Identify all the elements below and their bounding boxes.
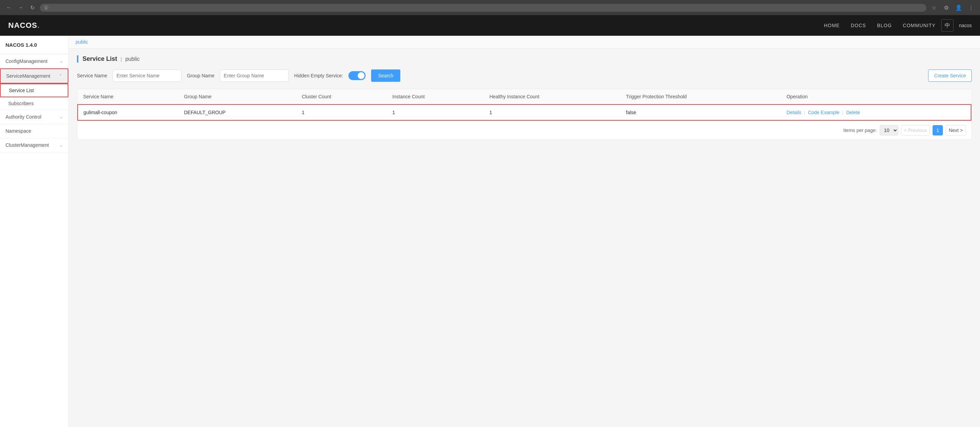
- nav-blog[interactable]: BLOG: [877, 23, 892, 28]
- back-button[interactable]: ←: [4, 3, 14, 13]
- delete-link[interactable]: Delete: [846, 110, 860, 115]
- service-management-label: ServiceManagement: [6, 73, 50, 79]
- namespace-label: Namespace: [5, 128, 31, 134]
- create-service-button[interactable]: Create Service: [928, 69, 972, 82]
- chevron-down-icon-3: ⌄: [59, 143, 63, 148]
- col-healthy-instance-count: Healthy Instance Count: [484, 89, 620, 105]
- sidebar-item-cluster-management[interactable]: ClusterManagement ⌄: [0, 138, 68, 152]
- cell-trigger-threshold: false: [620, 105, 781, 120]
- url-input[interactable]: 127.0.0.1:8848/nacos/#/serviceManagement…: [51, 5, 922, 10]
- service-name-label: Service Name: [77, 73, 107, 78]
- sidebar-item-namespace[interactable]: Namespace: [0, 124, 68, 138]
- content-area: public Service List | public Service Nam…: [69, 36, 980, 427]
- sidebar-version: NACOS 1.4.0: [0, 36, 68, 54]
- col-service-name: Service Name: [78, 89, 178, 105]
- header-nav: HOME DOCS BLOG COMMUNITY: [824, 23, 935, 28]
- table-row: gulimall-coupon DEFAULT_GROUP 1 1 1 fals…: [78, 105, 971, 120]
- col-operation: Operation: [781, 89, 971, 105]
- next-button[interactable]: Next >: [946, 125, 966, 135]
- sidebar-item-authority-control[interactable]: Authority Control ⌄: [0, 110, 68, 124]
- service-table: Service Name Group Name Cluster Count In…: [77, 89, 972, 140]
- col-trigger-threshold: Trigger Protection Threshold: [620, 89, 781, 105]
- title-separator: |: [121, 56, 122, 62]
- content-inner: Service List | public Service Name Group…: [69, 48, 980, 147]
- hidden-empty-toggle[interactable]: [348, 71, 366, 80]
- browser-action-icons: ☆ ⚙ 👤 ⋮: [929, 3, 976, 13]
- items-per-page-select[interactable]: 10 20 50: [880, 125, 898, 135]
- user-menu[interactable]: nacos: [959, 23, 972, 28]
- sidebar-item-config-management[interactable]: ConfigManagement ⌄: [0, 54, 68, 69]
- nav-community[interactable]: COMMUNITY: [903, 23, 935, 28]
- prev-button[interactable]: < Previous: [901, 125, 930, 135]
- page-title: Service List: [83, 55, 117, 62]
- browser-nav-buttons: ← → ↻: [4, 3, 37, 13]
- menu-icon[interactable]: ⋮: [966, 3, 976, 13]
- cell-instance-count: 1: [387, 105, 484, 120]
- col-group-name: Group Name: [178, 89, 296, 105]
- page-subtitle: public: [126, 56, 140, 62]
- app-header: NACOS. HOME DOCS BLOG COMMUNITY 中 nacos: [0, 15, 980, 36]
- group-name-input[interactable]: [220, 69, 289, 82]
- items-per-page-label: Items per page:: [843, 127, 877, 133]
- hidden-empty-label: Hidden Empty Service:: [294, 73, 343, 78]
- chevron-down-icon: ⌄: [59, 59, 63, 64]
- address-bar[interactable]: 🛈 127.0.0.1:8848/nacos/#/serviceManageme…: [40, 4, 926, 12]
- sidebar-item-subscribers[interactable]: Subscribers: [0, 97, 68, 110]
- code-example-link[interactable]: Code Example: [808, 110, 840, 115]
- app-logo: NACOS.: [8, 21, 40, 30]
- nav-docs[interactable]: DOCS: [851, 23, 866, 28]
- account-icon[interactable]: 👤: [954, 3, 964, 13]
- cell-healthy-count: 1: [484, 105, 620, 120]
- col-instance-count: Instance Count: [387, 89, 484, 105]
- extensions-icon[interactable]: ⚙: [942, 3, 951, 13]
- sidebar: NACOS 1.4.0 ConfigManagement ⌄ ServiceMa…: [0, 36, 69, 427]
- forward-button[interactable]: →: [16, 3, 25, 13]
- cluster-management-label: ClusterManagement: [5, 142, 49, 148]
- op-separator-1: |: [804, 110, 805, 115]
- group-name-label: Group Name: [187, 73, 215, 78]
- service-name-input[interactable]: [113, 69, 181, 82]
- search-button[interactable]: Search: [371, 69, 400, 82]
- cell-group-name: DEFAULT_GROUP: [178, 105, 296, 120]
- language-button[interactable]: 中: [941, 19, 953, 32]
- main-layout: NACOS 1.4.0 ConfigManagement ⌄ ServiceMa…: [0, 36, 980, 427]
- details-link[interactable]: Details: [786, 110, 801, 115]
- nav-home[interactable]: HOME: [824, 23, 840, 28]
- chevron-up-icon: ⌃: [59, 73, 62, 78]
- breadcrumb-bar: public: [69, 36, 980, 48]
- filter-bar: Service Name Group Name Hidden Empty Ser…: [77, 69, 972, 82]
- authority-control-label: Authority Control: [5, 114, 41, 119]
- page-title-bar: Service List | public: [77, 55, 972, 62]
- cell-operations: Details | Code Example | Delete: [781, 105, 971, 120]
- sidebar-item-service-management[interactable]: ServiceManagement ⌃: [0, 69, 68, 84]
- config-management-label: ConfigManagement: [5, 59, 48, 64]
- col-cluster-count: Cluster Count: [296, 89, 387, 105]
- op-separator-2: |: [842, 110, 843, 115]
- table-header-row: Service Name Group Name Cluster Count In…: [78, 89, 971, 105]
- refresh-button[interactable]: ↻: [27, 3, 37, 13]
- sidebar-item-service-list[interactable]: Service List: [0, 84, 68, 97]
- subscribers-label: Subscribers: [8, 101, 34, 106]
- pagination-bar: Items per page: 10 20 50 < Previous 1 Ne…: [77, 121, 971, 140]
- cell-service-name: gulimall-coupon: [78, 105, 178, 120]
- cell-cluster-count: 1: [296, 105, 387, 120]
- service-list-label: Service List: [9, 88, 34, 93]
- breadcrumb-public[interactable]: public: [76, 39, 88, 45]
- page-1-button[interactable]: 1: [932, 125, 943, 135]
- star-icon[interactable]: ☆: [929, 3, 939, 13]
- browser-bar: ← → ↻ 🛈 127.0.0.1:8848/nacos/#/serviceMa…: [0, 0, 980, 15]
- chevron-down-icon-2: ⌄: [59, 115, 63, 119]
